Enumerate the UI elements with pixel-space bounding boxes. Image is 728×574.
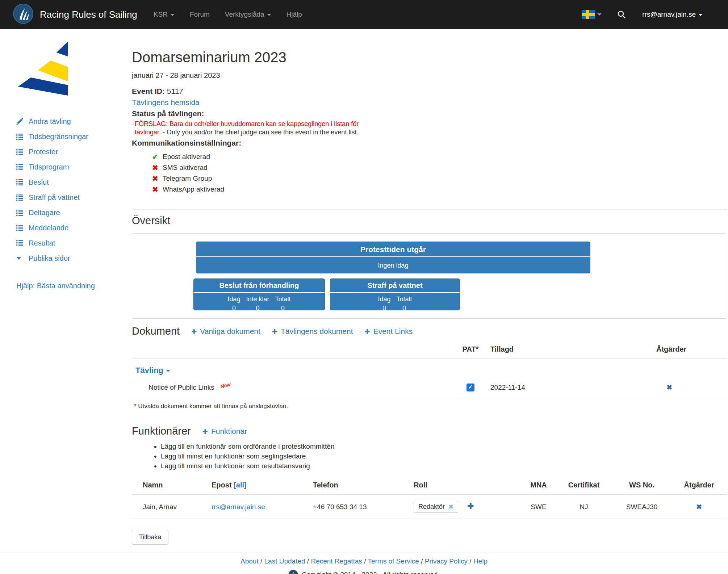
official-mna: SWE	[522, 495, 555, 519]
add-official-link[interactable]: Funktionär	[202, 427, 247, 436]
rrs-logo-icon[interactable]	[13, 4, 33, 25]
penalties-today-count: 0	[382, 304, 386, 313]
footer-link-recent-regattas[interactable]: Recent Regattas	[311, 557, 362, 565]
document-group-tavling[interactable]: Tävling	[135, 366, 170, 375]
col-header-certifikat: Certifikat	[555, 479, 613, 495]
page-title: Domarseminarium 2023	[132, 49, 727, 66]
caret-down-icon	[267, 14, 271, 16]
copyright-line: Copyright © 2014 - 2022 - All rights res…	[0, 570, 728, 574]
swedish-flag-icon[interactable]	[582, 10, 595, 19]
sidebar-item-resultat[interactable]: Resultat	[16, 235, 118, 251]
plus-icon	[191, 327, 200, 335]
penalties-box: Straff på vattnet Idag0 Totalt0	[330, 278, 460, 310]
remove-role-icon[interactable]	[448, 503, 453, 510]
footer-link-about[interactable]: About	[240, 557, 259, 565]
sidebar-menu: Ändra tävling Tidsbegränsningar Proteste…	[16, 114, 118, 266]
event-homepage-link[interactable]: Tävlingens hemsida	[132, 98, 200, 106]
decisions-today-count: 0	[232, 304, 236, 313]
user-menu[interactable]: rrs@arnav.jain.se	[642, 11, 703, 18]
list-icon	[16, 179, 29, 185]
add-role-icon[interactable]	[468, 502, 474, 510]
official-name: Jain, Arnav	[132, 495, 212, 519]
footer-link-last-updated[interactable]: Last Updated	[264, 557, 305, 565]
col-header-tillagd: Tillagd	[490, 343, 643, 359]
footer-link-privacy[interactable]: Privacy Policy	[425, 557, 468, 565]
pat-checkbox[interactable]	[466, 384, 474, 391]
footer-link-terms[interactable]: Terms of Service	[368, 557, 419, 565]
col-header-ws-no: WS No.	[613, 479, 671, 495]
col-header-epost: Epost [all]	[212, 479, 313, 495]
plus-icon	[202, 427, 211, 435]
nav-item-ksr[interactable]: KSR	[146, 11, 182, 18]
add-event-links-link[interactable]: Event Links	[365, 327, 413, 336]
sidebar-item-meddelande[interactable]: Meddelande	[16, 220, 118, 235]
x-icon	[152, 163, 163, 172]
comm-item-epost: Epost aktiverad	[152, 151, 727, 162]
nav-item-hjalp[interactable]: Hjälp	[279, 11, 310, 18]
overview-heading: Översikt	[132, 215, 727, 227]
official-phone: +46 70 653 34 13	[313, 495, 414, 519]
back-button[interactable]: Tillbaka	[132, 530, 168, 545]
plus-icon	[365, 327, 373, 335]
check-icon	[152, 152, 163, 161]
officials-requirements: Lägg till en funktionär som ordförande i…	[132, 441, 727, 471]
caret-down-icon[interactable]	[597, 13, 602, 16]
col-header-telefon: Telefon	[313, 479, 414, 495]
new-badge: New	[219, 381, 231, 389]
caret-down-icon	[16, 257, 29, 260]
decisions-total-count: 0	[281, 304, 285, 313]
col-header-mna: MNA	[522, 479, 555, 495]
email-all-link[interactable]: [all]	[234, 481, 247, 489]
comm-item-whatsapp: WhatsApp aktiverad	[152, 184, 727, 195]
x-icon	[152, 174, 163, 183]
comm-item-sms: SMS aktiverad	[152, 162, 727, 173]
sidebar-item-protester[interactable]: Protester	[16, 144, 118, 159]
documents-table: PAT* Tillagd Åtgärder Tävling Notice of …	[132, 343, 727, 398]
nav-item-forum[interactable]: Forum	[182, 11, 217, 18]
overview-panel: Protesttiden utgår Ingen idag Beslut frå…	[132, 233, 727, 319]
comm-settings-list: Epost aktiverad SMS aktiverad Telegram G…	[152, 151, 727, 195]
list-icon	[16, 164, 29, 170]
decisions-open-count: 0	[256, 304, 259, 313]
top-navbar: Racing Rules of Sailing KSR Forum Verkty…	[0, 0, 728, 29]
search-icon[interactable]	[617, 10, 626, 19]
event-dates: januari 27 - 28 januari 2023	[132, 71, 727, 80]
list-icon	[16, 225, 29, 231]
rrs-logo-icon	[288, 570, 298, 574]
main-content: Domarseminarium 2023 januari 27 - 28 jan…	[118, 29, 728, 545]
document-added-date: 2022-11-14	[490, 378, 643, 398]
col-header-pat: PAT*	[451, 343, 490, 359]
sidebar-item-andra-tavling[interactable]: Ändra tävling	[16, 114, 118, 129]
sidebar-item-deltagare[interactable]: Deltagare	[16, 205, 118, 220]
sailing-federation-logo	[18, 41, 68, 96]
add-event-documents-link[interactable]: Tävlingens dokument	[272, 327, 353, 336]
officials-table: Namn Epost [all] Telefon Roll MNA Certif…	[132, 479, 727, 519]
caret-down-icon	[166, 370, 170, 372]
sidebar-item-beslut[interactable]: Beslut	[16, 175, 118, 190]
nav-item-verktygslada[interactable]: Verktygslåda	[217, 11, 279, 18]
protest-time-value: Ingen idag	[196, 262, 590, 269]
role-chip: Redaktör	[414, 501, 458, 513]
footer-link-help[interactable]: Help	[473, 557, 488, 565]
document-row: Notice of Public LinksNew 2022-11-14	[132, 378, 727, 398]
delete-document-icon[interactable]	[666, 384, 672, 391]
add-common-documents-link[interactable]: Vanliga dokument	[191, 327, 260, 336]
list-icon	[16, 240, 29, 246]
official-certificate: NJ	[555, 495, 613, 519]
decisions-box: Beslut från förhandling Idag0 Inte klar0…	[193, 278, 325, 310]
document-name: Notice of Public Links	[148, 384, 214, 391]
navbar-right: rrs@arnav.jain.se	[582, 10, 728, 19]
help-best-practice-link[interactable]: Hjälp: Bästa användning	[16, 282, 95, 290]
navbar-menu: KSR Forum Verktygslåda Hjälp	[146, 0, 310, 29]
sidebar-item-tidsprogram[interactable]: Tidsprogram	[16, 159, 118, 175]
delete-official-icon[interactable]	[696, 503, 702, 511]
official-email-link[interactable]: rrs@arnav.jain.se	[212, 503, 265, 511]
sidebar-item-publika-sidor[interactable]: Publika sidor	[16, 251, 118, 266]
sidebar-item-tidsbegransningar[interactable]: Tidsbegränsningar	[16, 129, 118, 144]
col-header-namn: Namn	[132, 479, 212, 495]
sidebar-item-straff-pa-vattnet[interactable]: Straff på vattnet	[16, 190, 118, 205]
brand-title[interactable]: Racing Rules of Sailing	[40, 9, 137, 20]
divider	[132, 209, 727, 210]
documents-heading: Dokument	[132, 325, 180, 337]
comm-item-telegram: Telegram Group	[152, 173, 727, 184]
